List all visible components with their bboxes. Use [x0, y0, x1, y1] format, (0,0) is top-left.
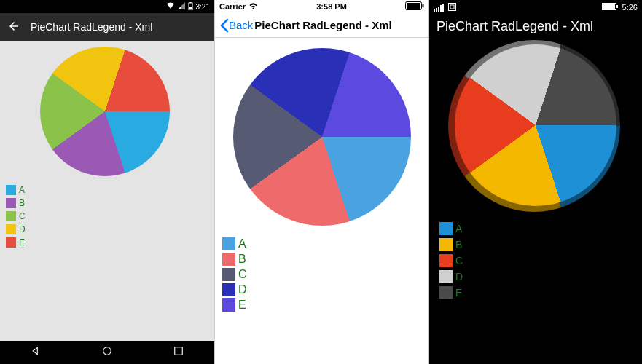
- status-time: 3:58 PM: [316, 2, 347, 11]
- page-title: PieChart RadLegend - Xml: [429, 15, 642, 37]
- legend-label: D: [238, 283, 247, 296]
- legend-swatch: [6, 237, 16, 248]
- win-content: ABCDE: [429, 37, 642, 364]
- ios-status-bar: Carrier 3:58 PM: [215, 0, 428, 13]
- windows-panel: 5:26 PieChart RadLegend - Xml ABCDE: [429, 0, 642, 364]
- legend-item: D: [439, 270, 463, 283]
- ios-panel: Carrier 3:58 PM Back PieChart RadLegend …: [214, 0, 429, 364]
- status-carrier: Carrier: [219, 2, 246, 11]
- page-title: PieChart RadLegend - Xml: [254, 19, 391, 31]
- back-label: Back: [229, 19, 253, 31]
- legend-item: E: [222, 298, 247, 312]
- ios-nav-header: Back PieChart RadLegend - Xml: [215, 13, 428, 38]
- legend-swatch: [439, 238, 453, 251]
- legend-label: A: [19, 185, 25, 195]
- legend-label: E: [455, 287, 462, 298]
- legend-label: B: [455, 239, 462, 250]
- signal-icon: [178, 2, 185, 11]
- legend-item: D: [222, 283, 247, 296]
- legend-item: B: [439, 238, 463, 251]
- legend-swatch: [222, 253, 235, 266]
- battery-icon: [188, 2, 193, 12]
- battery-icon: [602, 3, 618, 12]
- nav-back-icon[interactable]: [29, 344, 42, 360]
- legend-label: B: [19, 198, 25, 208]
- legend-label: E: [238, 298, 246, 312]
- svg-rect-1: [189, 7, 192, 9]
- legend-item: B: [222, 253, 247, 266]
- svg-rect-4: [175, 347, 183, 355]
- chart-legend: ABCDE: [222, 237, 247, 312]
- legend-label: A: [238, 237, 246, 250]
- android-nav-bar: [0, 341, 214, 364]
- legend-swatch: [6, 198, 16, 208]
- legend-swatch: [439, 222, 453, 235]
- legend-label: E: [19, 237, 25, 248]
- legend-item: E: [439, 286, 463, 299]
- android-content: ABCDE: [0, 41, 214, 341]
- page-title: PieChart RadLegend - Xml: [31, 21, 152, 33]
- battery-icon: [405, 1, 424, 12]
- legend-item: C: [222, 268, 247, 281]
- legend-item: D: [6, 224, 26, 234]
- legend-label: D: [455, 271, 463, 282]
- android-action-bar: PieChart RadLegend - Xml: [0, 13, 214, 41]
- svg-rect-8: [449, 3, 456, 10]
- legend-item: C: [6, 211, 26, 221]
- nav-recent-icon[interactable]: [172, 344, 185, 360]
- svg-point-3: [103, 347, 111, 355]
- legend-item: A: [6, 185, 26, 195]
- legend-swatch: [439, 286, 453, 299]
- pie-chart: [448, 40, 620, 212]
- chart-legend: ABCDE: [6, 185, 26, 248]
- legend-label: C: [238, 268, 247, 281]
- pie-chart: [233, 48, 411, 226]
- legend-swatch: [222, 283, 235, 296]
- legend-item: C: [439, 254, 463, 267]
- legend-swatch: [439, 270, 453, 283]
- legend-swatch: [222, 298, 235, 312]
- back-button[interactable]: Back: [219, 18, 253, 33]
- legend-label: D: [19, 224, 26, 234]
- legend-swatch: [439, 254, 453, 267]
- pie-chart: [40, 47, 170, 176]
- legend-label: A: [455, 223, 462, 234]
- legend-swatch: [222, 237, 235, 250]
- chevron-left-icon: [219, 18, 229, 33]
- legend-item: A: [439, 222, 463, 235]
- chart-legend: ABCDE: [439, 222, 463, 299]
- wifi-icon: [248, 2, 258, 11]
- status-time: 5:26: [622, 3, 638, 12]
- nav-home-icon[interactable]: [101, 344, 114, 360]
- status-time: 3:21: [196, 3, 210, 11]
- svg-rect-2: [189, 2, 191, 3]
- sim-icon: [448, 3, 456, 12]
- svg-rect-9: [450, 5, 454, 9]
- ios-content: ABCDE: [215, 38, 428, 364]
- win-status-bar: 5:26: [429, 0, 642, 15]
- android-panel: 3:21 PieChart RadLegend - Xml ABCDE: [0, 0, 214, 364]
- legend-swatch: [6, 185, 16, 195]
- legend-label: C: [455, 255, 463, 266]
- legend-swatch: [222, 268, 235, 281]
- legend-item: B: [6, 198, 26, 208]
- legend-item: E: [6, 237, 26, 248]
- legend-swatch: [6, 224, 16, 234]
- legend-item: A: [222, 237, 247, 250]
- signal-icon: [434, 4, 444, 12]
- legend-label: B: [238, 253, 246, 266]
- legend-swatch: [6, 211, 16, 221]
- svg-rect-12: [616, 5, 618, 8]
- wifi-icon: [166, 2, 175, 11]
- svg-rect-11: [603, 4, 615, 9]
- android-status-bar: 3:21: [0, 0, 214, 13]
- back-arrow-icon[interactable]: [7, 20, 20, 35]
- svg-rect-6: [407, 3, 420, 9]
- svg-rect-7: [423, 4, 424, 8]
- legend-label: C: [19, 211, 26, 221]
